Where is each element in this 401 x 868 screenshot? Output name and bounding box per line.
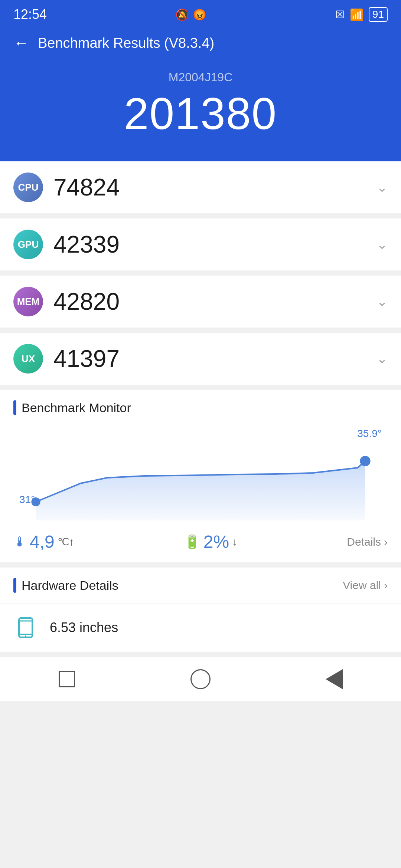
gpu-badge: GPU — [13, 230, 43, 259]
score-cards: CPU 74824 ⌄ GPU 42339 ⌄ MEM 42820 ⌄ UX 4 — [0, 161, 401, 385]
mem-badge: MEM — [13, 287, 43, 316]
gpu-score-card[interactable]: GPU 42339 ⌄ — [0, 218, 401, 270]
temp-change-value: 4,9 — [30, 532, 55, 552]
benchmark-monitor-header: Benchmark Monitor — [13, 400, 388, 415]
view-all-arrow-icon: › — [384, 579, 388, 592]
temp-unit: ℃↑ — [58, 536, 74, 548]
status-bar: 12:54 🔕 😡 ☒ 📶 91 — [0, 0, 401, 27]
status-time: 12:54 — [13, 7, 47, 22]
emoji-icon: 😡 — [193, 8, 206, 21]
battery-stat: 🔋 2% ↓ — [184, 532, 237, 552]
battery-change-value: 2% — [203, 532, 229, 552]
benchmark-monitor-section: Benchmark Monitor 31° 35.9° 🌡 — [0, 390, 401, 562]
gpu-value: 42339 — [53, 231, 120, 258]
chart-start-label: 31° — [19, 494, 35, 506]
cpu-value: 74824 — [53, 174, 120, 201]
monitor-stats: 🌡 4,9 ℃↑ 🔋 2% ↓ Details › — [13, 528, 388, 552]
gpu-expand-icon[interactable]: ⌄ — [376, 237, 388, 252]
svg-point-5 — [25, 635, 26, 637]
battery-unit: ↓ — [232, 536, 237, 548]
close-icon: ☒ — [335, 9, 345, 21]
mem-score-card[interactable]: MEM 42820 ⌄ — [0, 276, 401, 328]
hardware-details-header: Hardware Details View all › — [0, 568, 401, 604]
details-arrow-icon: › — [384, 536, 388, 548]
device-model: M2004J19C — [0, 70, 401, 84]
mute-icon: 🔕 — [175, 8, 189, 21]
wifi-icon: 📶 — [350, 8, 363, 21]
ux-value: 41397 — [53, 345, 120, 372]
page-title: Benchmark Results (V8.3.4) — [38, 35, 214, 51]
hardware-header-left: Hardware Details — [13, 578, 118, 593]
recent-apps-icon — [59, 671, 75, 687]
cpu-expand-icon[interactable]: ⌄ — [376, 180, 388, 195]
top-bar: ← Benchmark Results (V8.3.4) — [0, 27, 401, 59]
ux-score-card[interactable]: UX 41397 ⌄ — [0, 333, 401, 385]
screen-size-value: 6.53 inches — [50, 620, 118, 635]
mem-value: 42820 — [53, 288, 120, 315]
home-button[interactable] — [188, 666, 213, 692]
cpu-label: CPU — [18, 182, 39, 193]
notification-icons: 🔕 😡 — [175, 8, 206, 21]
screen-icon — [13, 615, 39, 641]
svg-point-1 — [360, 456, 370, 466]
temperature-chart: 31° 35.9° — [13, 424, 388, 520]
status-icons: ☒ 📶 91 — [335, 7, 388, 22]
details-label: Details — [347, 536, 381, 548]
temp-stat: 🌡 4,9 ℃↑ — [13, 532, 74, 552]
benchmark-monitor-title: Benchmark Monitor — [22, 401, 131, 415]
gpu-label: GPU — [18, 239, 39, 250]
cpu-score-card[interactable]: CPU 74824 ⌄ — [0, 161, 401, 213]
mem-label: MEM — [17, 296, 40, 308]
hero-section: M2004J19C 201380 — [0, 59, 401, 161]
battery-indicator: 91 — [369, 7, 388, 22]
view-all-label: View all — [343, 579, 381, 592]
back-button[interactable]: ← — [13, 34, 29, 52]
hardware-details-section: Hardware Details View all › 6.53 inches — [0, 568, 401, 652]
cpu-badge: CPU — [13, 172, 43, 202]
back-nav-button[interactable] — [321, 666, 347, 692]
hardware-row-screen: 6.53 inches — [0, 604, 401, 652]
chart-end-label: 35.9° — [357, 428, 382, 440]
battery-stat-icon: 🔋 — [184, 534, 200, 550]
view-all-link[interactable]: View all › — [343, 579, 388, 592]
total-score: 201380 — [0, 88, 401, 139]
ux-expand-icon[interactable]: ⌄ — [376, 351, 388, 366]
home-icon — [190, 669, 211, 689]
recent-apps-button[interactable] — [54, 666, 80, 692]
bottom-navigation — [0, 657, 401, 701]
thermometer-icon: 🌡 — [13, 534, 27, 550]
hardware-section-bar — [13, 578, 16, 593]
details-link[interactable]: Details › — [347, 536, 388, 548]
section-bar-indicator — [13, 400, 16, 415]
mem-expand-icon[interactable]: ⌄ — [376, 294, 388, 309]
back-icon — [326, 669, 343, 689]
ux-badge: UX — [13, 344, 43, 374]
hardware-title: Hardware Details — [22, 578, 118, 593]
ux-label: UX — [22, 353, 35, 365]
chart-svg — [13, 424, 388, 520]
